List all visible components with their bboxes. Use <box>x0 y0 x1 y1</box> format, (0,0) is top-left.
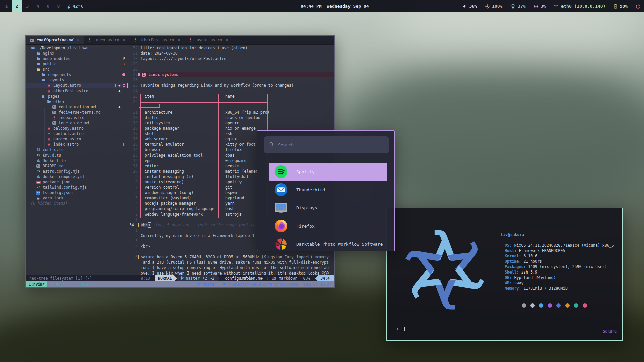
launcher-item-Displays[interactable]: Displays <box>269 199 387 217</box>
tree-item-pages[interactable]: pages <box>26 94 129 99</box>
astro-icon <box>133 38 137 43</box>
tab-otherPost.astro[interactable]: otherPost.astro× <box>129 36 184 44</box>
launcher-item-Darktable[interactable]: Darktable Photo Workflow Software <box>269 235 387 251</box>
gpu-icon <box>534 4 538 9</box>
editor-line: 30layout: ../../layouts/otherPost.astro <box>129 56 334 61</box>
git-changed: ~2 <box>210 276 214 281</box>
tmux-window-1:nvim*[interactable]: 1:nvim* <box>26 281 47 287</box>
git-branch-icon <box>181 276 184 281</box>
tree-item-balcony.astro[interactable]: balcony.astro <box>26 126 129 131</box>
close-icon[interactable]: × <box>123 38 125 42</box>
tmux-path: /home/liv/Development/liv.town <box>222 282 298 287</box>
close-icon[interactable]: × <box>226 38 228 42</box>
tree-item-yarn.lock[interactable]: yarn.lock <box>26 195 129 201</box>
tab-label: configuration.md <box>36 38 73 42</box>
launcher-item-Thunderbird[interactable]: Thunderbird <box>269 181 387 199</box>
tree-item-layouts[interactable]: layouts <box>26 77 129 83</box>
statusline: neo-tree filesystem [1] [-] 8:13 NORMAL … <box>26 275 334 281</box>
tree-item-README.md[interactable]: M↓README.md <box>26 163 129 169</box>
tree-item-tone-guide.md[interactable]: M↓tone-guide.md <box>26 120 129 126</box>
editor-line: 24 <box>129 88 334 94</box>
tree-item-label: README.md <box>43 164 63 168</box>
tree-item-astro.config.mjs[interactable]: JSastro.config.mjs <box>26 169 129 174</box>
fetch-info-host: Host: Framework FRANMDCP05 <box>505 248 644 254</box>
tree-item-label: other <box>53 99 65 104</box>
tmux-window-2:node-[interactable]: 2:node- <box>47 281 69 287</box>
tab-label: otherPost.astro <box>139 38 174 42</box>
tree-item-Dockerfile[interactable]: Dockerfile <box>26 158 129 163</box>
tab-index.astro[interactable]: index.astro× <box>84 36 129 44</box>
tree-item-tsconfig.json[interactable]: TStsconfig.json <box>26 190 129 195</box>
workspace-9[interactable]: 9 <box>53 0 64 12</box>
editor-line <box>129 104 334 110</box>
editor-line: 29--- <box>129 61 334 67</box>
editor-line: 28 <box>129 67 334 72</box>
tree-item-label: contact.astro <box>53 131 84 136</box>
tree-item-other[interactable]: other <box>26 99 129 104</box>
launcher-item-Firefox[interactable]: Firefox <box>269 217 387 235</box>
tree-item-6hiddenitems[interactable]: (6 hidden items) <box>26 201 129 206</box>
tree-item-label: tone-guide.md <box>59 121 89 125</box>
close-icon[interactable]: × <box>178 38 180 42</box>
tree-item-package.json[interactable]: npmpackage.json <box>26 179 129 185</box>
git-branch: master <box>181 276 200 281</box>
brightness-module: 100% <box>485 4 502 9</box>
thunderbird-icon <box>274 183 288 197</box>
tree-item-configuration.md[interactable]: M↓configuration.md● <box>26 104 129 110</box>
workspace-3[interactable]: 3 <box>22 0 33 12</box>
cursor-position: 34:4 <box>315 275 334 281</box>
harpoon-mark: H <box>123 142 125 147</box>
tmux-statusbar: 1:nvim*2:node-3:lazygit master /home/liv… <box>26 281 334 287</box>
launcher-item-label: Firefox <box>296 224 315 229</box>
tree-item-public[interactable]: public? <box>26 61 129 67</box>
battery-module: 98% <box>614 4 628 9</box>
git-branch-icon <box>198 282 201 287</box>
tree-item-label: public <box>43 62 57 66</box>
tree-item-env.d.ts[interactable]: TSenv.d.ts <box>26 153 129 158</box>
tree-item-label: tsconfig.json <box>43 190 73 195</box>
tree-item-components[interactable]: components <box>26 72 129 77</box>
diagnostic-pill <box>122 73 125 76</box>
shell-prompt[interactable]: ~ > <box>392 327 405 331</box>
tree-item-Layout.astro[interactable]: Layout.astroH● <box>26 83 129 88</box>
terminal-cursor <box>402 327 405 331</box>
tree-item-garden.astro[interactable]: garden.astro <box>26 136 129 142</box>
launcher-item-Spotify[interactable]: Spotify <box>269 163 387 181</box>
close-icon[interactable]: × <box>77 38 79 42</box>
tab-Layout.astro[interactable]: Layout.astro× <box>184 36 232 44</box>
workspace-8[interactable]: 8 <box>43 0 53 12</box>
tree-item-node_modules[interactable]: node_modulesE <box>26 56 129 61</box>
tree-item-docker-compose.yml[interactable]: docker-compose.yml <box>26 174 129 179</box>
tree-item-~Developmentliv.town[interactable]: ~/Development/liv.town <box>26 45 129 51</box>
table-row: 19init systemopenrc <box>129 120 334 126</box>
search-icon <box>269 142 274 148</box>
workspace-4[interactable]: 4 <box>33 0 43 12</box>
tree-item-nginx[interactable]: nginx <box>26 51 129 56</box>
workspace-2[interactable]: 2 <box>12 0 22 12</box>
tree-item-tailwind.config.mjs[interactable]: tailwind.config.mjs <box>26 185 129 190</box>
statusline-neotree: neo-tree filesystem [1] [-] <box>26 276 92 281</box>
clock: 04:44 PM Wednesday Sep 04 <box>301 0 369 12</box>
tree-item-otherPost.astro[interactable]: otherPost.astro● <box>26 88 129 94</box>
tree-item-src[interactable]: src <box>26 67 129 72</box>
search-input[interactable]: Search... <box>264 136 389 153</box>
launcher-item-label: Thunderbird <box>296 187 325 192</box>
tree-item-index.astro[interactable]: index.astroH <box>26 142 129 147</box>
tree-item-contact.astro[interactable]: contact.astro <box>26 131 129 136</box>
power-module[interactable] <box>636 4 641 9</box>
tree-item-config.ts[interactable]: TSconfig.ts <box>26 147 129 153</box>
workspace-1[interactable]: 1 <box>1 0 12 12</box>
launcher-item-label: Displays <box>296 205 317 210</box>
network-icon <box>554 4 558 9</box>
tmux-window-3:lazygit[interactable]: 3:lazygit <box>69 281 95 287</box>
editor-line: 25Favorite things regarding Linux and my… <box>129 83 334 88</box>
folder-icon <box>222 282 226 287</box>
tree-item-index.astro[interactable]: index.astro <box>26 115 129 120</box>
color-dot <box>556 303 561 308</box>
tree-item-fediverse-terms.md[interactable]: M↓fediverse-terms.md <box>26 110 129 115</box>
tree-item-label: index.astro <box>53 142 79 147</box>
fastfetch-terminal[interactable]: λλλλλλ liv@sakura OS: NixOS 24.11.202408… <box>386 208 623 341</box>
statusline-clock: 8:13 <box>126 276 150 281</box>
tab-configuration.md[interactable]: M↓configuration.md× <box>26 36 84 44</box>
astro-icon <box>88 38 91 43</box>
